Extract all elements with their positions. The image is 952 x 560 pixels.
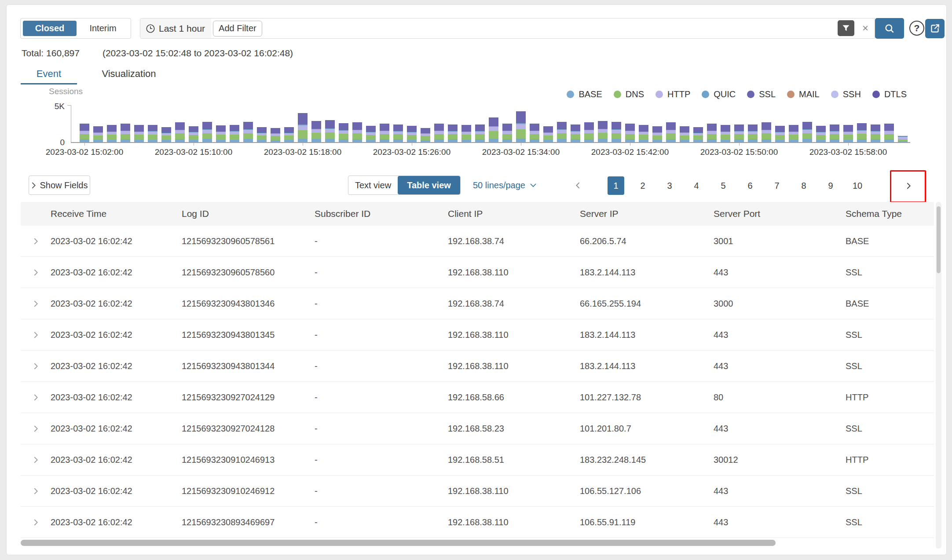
chart-bar[interactable] (298, 113, 308, 142)
vertical-scrollbar-thumb[interactable] (937, 206, 941, 273)
chart-bar[interactable] (884, 124, 894, 142)
page-button-4[interactable]: 4 (688, 176, 705, 195)
chart-bar[interactable] (284, 127, 294, 142)
table-row[interactable]: 2023-03-02 16:02:421215693230960578561-1… (21, 226, 934, 257)
chart-bar[interactable] (857, 123, 867, 142)
legend-item-dtls[interactable]: DTLS (872, 89, 907, 99)
page-button-9[interactable]: 9 (822, 176, 839, 195)
row-expand-chevron-icon[interactable] (21, 300, 51, 307)
chart-bar[interactable] (830, 124, 839, 142)
chart-bar[interactable] (530, 124, 539, 142)
tab-event[interactable]: Event (21, 65, 77, 84)
clear-filter-icon[interactable]: × (862, 22, 868, 34)
legend-item-ssl[interactable]: SSL (747, 89, 776, 99)
chart-bar[interactable] (202, 122, 212, 142)
table-row[interactable]: 2023-03-02 16:02:421215693230943801346-1… (21, 288, 934, 319)
chart-bar[interactable] (243, 122, 253, 142)
table-row[interactable]: 2023-03-02 16:02:421215693230960578560-1… (21, 257, 934, 288)
chart-bar[interactable] (639, 125, 648, 142)
table-view-button[interactable]: Table view (398, 176, 460, 194)
row-expand-chevron-icon[interactable] (21, 269, 51, 276)
chart-bar[interactable] (611, 122, 621, 142)
chart-bar[interactable] (543, 126, 553, 142)
legend-item-quic[interactable]: QUIC (702, 89, 736, 99)
chart-bar[interactable] (775, 126, 785, 142)
legend-item-base[interactable]: BASE (567, 89, 602, 99)
chart-bar[interactable] (448, 124, 458, 142)
page-button-2[interactable]: 2 (634, 176, 651, 195)
chart-bar[interactable] (693, 127, 703, 142)
page-button-10[interactable]: 10 (849, 176, 866, 195)
chart-bar[interactable] (502, 124, 512, 142)
filter-bar[interactable]: Last 1 hour Add Filter × (140, 18, 875, 39)
add-filter-button[interactable]: Add Filter (213, 21, 262, 37)
chart-bar[interactable] (680, 126, 689, 142)
chart-bar[interactable] (898, 136, 908, 142)
page-button-6[interactable]: 6 (742, 176, 758, 195)
chart-bar[interactable] (216, 125, 226, 142)
horizontal-scrollbar-thumb[interactable] (21, 540, 776, 546)
chart-bar[interactable] (161, 127, 171, 142)
row-expand-chevron-icon[interactable] (21, 519, 51, 526)
row-expand-chevron-icon[interactable] (21, 487, 51, 495)
table-row[interactable]: 2023-03-02 16:02:421215693230910246912-1… (21, 476, 934, 507)
table-row[interactable]: 2023-03-02 16:02:421215693230943801345-1… (21, 319, 934, 351)
next-page-button[interactable] (900, 176, 917, 195)
page-size-dropdown[interactable]: 50 lines/page (473, 176, 537, 195)
chart-bar[interactable] (802, 122, 812, 142)
row-expand-chevron-icon[interactable] (21, 362, 51, 370)
toggle-interim-button[interactable]: Interim (79, 21, 127, 36)
chart-bar[interactable] (571, 124, 580, 142)
legend-item-mail[interactable]: MAIL (787, 89, 820, 99)
funnel-filter-icon[interactable] (838, 20, 854, 36)
chart-bar[interactable] (843, 125, 853, 142)
table-row[interactable]: 2023-03-02 16:02:421215693230927024129-1… (21, 382, 934, 413)
chart-bar[interactable] (366, 126, 376, 142)
page-button-1[interactable]: 1 (608, 176, 624, 195)
page-button-3[interactable]: 3 (661, 176, 678, 195)
chart-bar[interactable] (789, 125, 798, 142)
tab-visualization[interactable]: Visualization (103, 65, 155, 84)
chart-bar[interactable] (666, 122, 676, 142)
chart-bar[interactable] (598, 121, 608, 142)
page-button-5[interactable]: 5 (715, 176, 732, 195)
row-expand-chevron-icon[interactable] (21, 425, 51, 432)
chart-bar[interactable] (393, 124, 403, 142)
chart-bar[interactable] (230, 125, 239, 142)
show-fields-button[interactable]: Show Fields (29, 176, 90, 195)
chart-bar[interactable] (271, 128, 280, 142)
chart-bar[interactable] (557, 122, 567, 142)
chart-bar[interactable] (80, 124, 89, 142)
chart-bar[interactable] (93, 126, 103, 142)
chart-bar[interactable] (189, 126, 198, 142)
chart-bar[interactable] (107, 125, 117, 142)
row-expand-chevron-icon[interactable] (21, 456, 51, 464)
chart-bar[interactable] (762, 122, 771, 142)
chart-bar[interactable] (516, 111, 526, 142)
table-row[interactable]: 2023-03-02 16:02:421215693230943801344-1… (21, 351, 934, 382)
table-row[interactable]: 2023-03-02 16:02:421215693230893469697-1… (21, 507, 934, 538)
chart-bar[interactable] (871, 124, 880, 142)
prev-page-button[interactable] (569, 176, 586, 195)
chart-bar[interactable] (434, 124, 444, 142)
text-view-button[interactable]: Text view (348, 176, 398, 194)
chart-bar[interactable] (584, 122, 594, 142)
legend-item-http[interactable]: HTTP (655, 89, 690, 99)
chart-bar[interactable] (175, 122, 185, 142)
page-button-7[interactable]: 7 (769, 176, 785, 195)
row-expand-chevron-icon[interactable] (21, 238, 51, 245)
chart-bar[interactable] (421, 128, 430, 142)
row-expand-chevron-icon[interactable] (21, 394, 51, 401)
chart-bar[interactable] (475, 124, 485, 142)
chart-bar[interactable] (134, 125, 144, 142)
chart-bar[interactable] (652, 126, 662, 142)
chart-bar[interactable] (257, 127, 267, 142)
toggle-closed-button[interactable]: Closed (23, 21, 77, 36)
chart-bar[interactable] (380, 124, 389, 142)
chart-bar[interactable] (352, 122, 362, 142)
row-expand-chevron-icon[interactable] (21, 331, 51, 339)
chart-bar[interactable] (489, 117, 498, 142)
table-row[interactable]: 2023-03-02 16:02:421215693230927024128-1… (21, 413, 934, 444)
help-button[interactable]: ? (909, 21, 924, 36)
chart-bar[interactable] (121, 124, 130, 142)
